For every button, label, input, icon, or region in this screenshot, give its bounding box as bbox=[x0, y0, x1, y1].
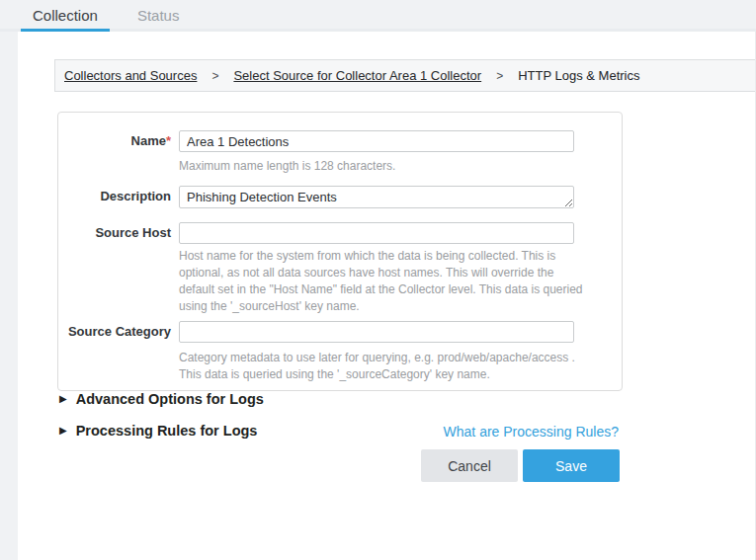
cancel-button[interactable]: Cancel bbox=[421, 449, 518, 482]
required-asterisk: * bbox=[166, 133, 171, 148]
breadcrumb-link-select-source[interactable]: Select Source for Collector Area 1 Colle… bbox=[233, 68, 481, 83]
source-config-form: Name* Maximum name length is 128 charact… bbox=[57, 112, 623, 391]
breadcrumb-link-collectors-and-sources[interactable]: Collectors and Sources bbox=[64, 68, 197, 83]
source-host-field-row: Source Host bbox=[58, 222, 622, 244]
description-label: Description bbox=[58, 186, 171, 207]
breadcrumb-current-page: HTTP Logs & Metrics bbox=[518, 68, 639, 83]
source-host-input[interactable] bbox=[179, 222, 574, 244]
form-action-buttons: Cancel Save bbox=[421, 449, 620, 482]
name-label-text: Name bbox=[131, 133, 166, 148]
breadcrumb-separator-icon: > bbox=[496, 69, 503, 83]
source-host-help-text: Host name for the system from which the … bbox=[179, 248, 588, 315]
tab-collection[interactable]: Collection bbox=[21, 0, 110, 32]
processing-rules-section-toggle[interactable]: ▶ Processing Rules for Logs bbox=[59, 423, 257, 439]
source-category-label: Source Category bbox=[58, 321, 171, 343]
name-field-row: Name* bbox=[58, 130, 622, 152]
source-category-field-row: Source Category bbox=[58, 321, 622, 343]
description-input[interactable]: Phishing Detection Events bbox=[179, 186, 574, 208]
what-are-processing-rules-link[interactable]: What are Processing Rules? bbox=[444, 424, 619, 440]
content-area: Collectors and Sources > Select Source f… bbox=[18, 32, 756, 560]
name-input[interactable] bbox=[179, 130, 574, 152]
source-category-input[interactable] bbox=[179, 321, 574, 343]
source-host-label: Source Host bbox=[58, 222, 171, 244]
source-category-help-text: Category metadata to use later for query… bbox=[179, 350, 588, 383]
advanced-options-section-toggle[interactable]: ▶ Advanced Options for Logs bbox=[59, 391, 264, 407]
advanced-options-section-title: Advanced Options for Logs bbox=[76, 391, 264, 407]
name-label: Name* bbox=[58, 130, 171, 152]
name-help-text: Maximum name length is 128 characters. bbox=[179, 158, 588, 175]
breadcrumb: Collectors and Sources > Select Source f… bbox=[54, 59, 755, 92]
app-window: Collection Status Collectors and Sources… bbox=[0, 0, 756, 560]
caret-right-icon: ▶ bbox=[59, 394, 67, 404]
tab-status[interactable]: Status bbox=[126, 0, 192, 32]
caret-right-icon: ▶ bbox=[59, 426, 67, 436]
save-button[interactable]: Save bbox=[523, 449, 620, 482]
processing-rules-section-title: Processing Rules for Logs bbox=[76, 423, 258, 439]
breadcrumb-separator-icon: > bbox=[211, 69, 218, 83]
tab-bar: Collection Status bbox=[21, 0, 191, 32]
description-field-row: Description Phishing Detection Events bbox=[58, 186, 622, 212]
